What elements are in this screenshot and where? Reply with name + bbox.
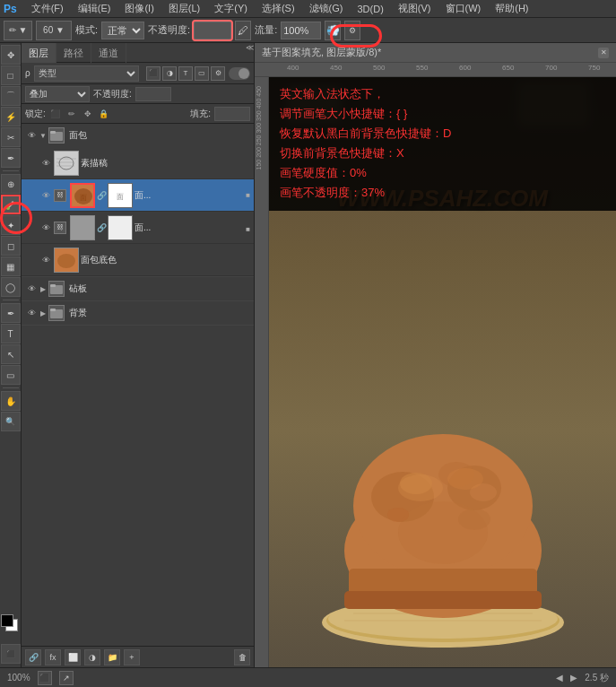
menu-text[interactable]: 文字(Y)	[211, 2, 251, 15]
collapse-bg[interactable]: ▶	[39, 309, 47, 317]
tab-paths[interactable]: 路径	[56, 43, 91, 63]
shape-tool[interactable]: ▭	[1, 365, 21, 385]
play-next-btn[interactable]: ▶	[570, 673, 577, 683]
layer-badge2: ■	[246, 222, 250, 233]
svg-point-0	[6, 206, 10, 210]
lock-transparent-btn[interactable]: ⬛	[49, 108, 62, 120]
canvas-viewport[interactable]: 英文输入法状态下， 调节画笔大小快捷键：{ } 恢复默认黑白前背景色快捷键：D …	[269, 77, 616, 667]
crop-tool[interactable]: ✂	[1, 127, 21, 147]
layer-bread-mask1-name: 面...	[134, 189, 244, 202]
pressure-opacity-btn[interactable]: 🖊	[235, 21, 251, 40]
zoom-mode-btn[interactable]: ⬛	[38, 671, 52, 685]
eye-sketch[interactable]: 👁	[39, 157, 52, 170]
hand-tool[interactable]: ✋	[1, 391, 21, 411]
group-board-name: 砧板	[69, 283, 250, 295]
tab-layers[interactable]: 图层	[22, 43, 56, 63]
heal-tool[interactable]: ⊕	[1, 174, 21, 194]
quick-select-tool[interactable]: ⚡	[1, 107, 21, 126]
type-tool[interactable]: T	[1, 324, 21, 344]
layer-filter-type[interactable]: 类型	[34, 65, 139, 82]
eye-bread-base[interactable]: 👁	[39, 254, 52, 266]
pen-tool[interactable]: ✒	[1, 303, 21, 323]
smoothing-btn[interactable]: ⚙	[344, 21, 360, 40]
new-group-btn[interactable]: 📁	[104, 649, 120, 665]
brush-tool[interactable]	[1, 195, 21, 214]
link-layers-btn[interactable]: 🔗	[25, 649, 41, 665]
new-layer-btn[interactable]: +	[124, 649, 140, 665]
menu-window[interactable]: 窗口(W)	[442, 2, 485, 15]
ruler-mark-650: 650	[502, 64, 514, 72]
layer-bread-mask1[interactable]: 👁 ⛓ 面 🔗 面 面... ■	[22, 179, 254, 212]
brush-preset-picker[interactable]: ✏ ▼	[4, 21, 32, 40]
menu-edit[interactable]: 编辑(E)	[74, 2, 115, 15]
svg-text:面: 面	[117, 193, 124, 201]
lasso-tool[interactable]: ⌒	[1, 86, 21, 106]
filter-toggle[interactable]	[229, 67, 250, 80]
eye-bread-mask2[interactable]: 👁	[39, 222, 52, 234]
delete-layer-btn[interactable]: 🗑	[234, 649, 250, 665]
dodge-tool[interactable]: ◯	[1, 277, 21, 297]
eye-bg[interactable]: 👁	[25, 307, 38, 319]
filter-smart-btn[interactable]: ⚙	[211, 66, 225, 81]
mode-label: 模式:	[75, 23, 98, 37]
lock-paint-btn[interactable]: ✏	[65, 108, 78, 120]
menu-view[interactable]: 视图(V)	[395, 2, 435, 15]
menu-help[interactable]: 帮助(H)	[491, 2, 532, 15]
svg-rect-18	[50, 284, 56, 287]
tab-channels[interactable]: 通道	[91, 43, 126, 63]
eyedropper-tool[interactable]: ✒	[1, 148, 21, 168]
menu-file[interactable]: 文件(F)	[28, 2, 67, 15]
thumb-bread-mask2	[70, 215, 95, 240]
collapse-bread[interactable]: ▼	[39, 132, 47, 139]
flow-label: 流量:	[255, 23, 277, 37]
add-mask-btn[interactable]: ⬜	[65, 649, 81, 665]
filter-shape-btn[interactable]: ▭	[195, 66, 209, 81]
menu-filter[interactable]: 滤镜(G)	[306, 2, 347, 15]
layer-fill[interactable]: 100%	[214, 107, 250, 121]
clone-stamp-tool[interactable]: ✦	[1, 215, 21, 235]
filter-adjust-btn[interactable]: ◑	[162, 66, 177, 81]
layer-sketch[interactable]: 👁 素描稿	[22, 147, 254, 179]
path-select-tool[interactable]: ↖	[1, 344, 21, 364]
airbrush-btn[interactable]: 💨	[325, 21, 341, 40]
canvas-close-btn[interactable]: ✕	[598, 48, 609, 58]
svg-point-36	[398, 474, 443, 501]
flow-input[interactable]	[281, 22, 321, 39]
layer-blend-mode[interactable]: 叠加	[25, 86, 90, 102]
export-btn[interactable]: ↗	[59, 671, 74, 685]
zoom-tool[interactable]: 🔍	[1, 412, 21, 431]
menu-3d[interactable]: 3D(D)	[353, 4, 386, 14]
foreground-color-swatch[interactable]	[1, 614, 13, 627]
filter-pixel-btn[interactable]: ⬛	[146, 66, 161, 81]
brush-size-input[interactable]: 60 ▼	[36, 21, 72, 40]
layer-group-board-header[interactable]: 👁 ▶ 砧板	[22, 277, 254, 300]
eye-bread-mask1[interactable]: 👁	[39, 189, 52, 202]
ruler-mark-550: 550	[416, 64, 428, 72]
panel-collapse[interactable]: ≪	[246, 43, 254, 62]
blend-mode-select[interactable]: 正常	[101, 22, 144, 39]
move-tool[interactable]: ✥	[1, 45, 21, 65]
menu-layer[interactable]: 图层(L)	[165, 2, 204, 15]
collapse-board[interactable]: ▶	[39, 285, 47, 292]
marquee-tool[interactable]: □	[1, 65, 21, 85]
adjustment-btn[interactable]: ◑	[84, 649, 100, 665]
layer-style-btn[interactable]: fx	[45, 649, 61, 665]
layer-bread-mask2[interactable]: 👁 ⛓ 🔗 面... ■	[22, 212, 254, 244]
eye-board[interactable]: 👁	[25, 283, 38, 295]
layer-opacity[interactable]: 100%	[135, 87, 171, 101]
lock-all-btn[interactable]: 🔒	[98, 108, 110, 120]
eraser-tool[interactable]: ◻	[1, 236, 21, 256]
quick-mask-btn[interactable]: ⬛	[1, 644, 21, 664]
play-prev-btn[interactable]: ◀	[556, 673, 563, 683]
layer-group-bg-header[interactable]: 👁 ▶ 背景	[22, 301, 254, 325]
menu-select[interactable]: 选择(S)	[258, 2, 299, 15]
eye-bread-group[interactable]: 👁	[25, 129, 38, 142]
opacity-input[interactable]: 37%	[194, 22, 231, 39]
lock-position-btn[interactable]: ✥	[82, 108, 94, 120]
filter-text-btn[interactable]: T	[178, 66, 193, 81]
menu-image[interactable]: 图像(I)	[121, 2, 157, 15]
layer-bread-base[interactable]: 👁 面包底色	[22, 244, 254, 276]
options-bar: ✏ ▼ 60 ▼ 模式: 正常 不透明度: 37% 🖊 流量: 💨 ⚙	[0, 18, 616, 43]
gradient-tool[interactable]: ▦	[1, 257, 21, 276]
layer-group-bread-header[interactable]: 👁 ▼ 面包	[22, 124, 254, 147]
